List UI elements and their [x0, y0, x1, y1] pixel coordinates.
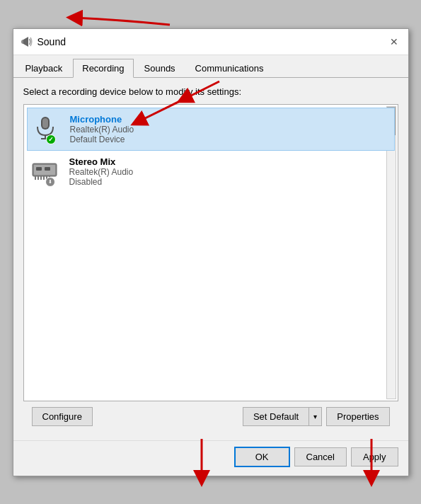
- default-badge: [46, 134, 56, 144]
- svg-rect-12: [40, 176, 42, 180]
- stereo-mix-info: Stereo Mix Realtek(R) Audio Disabled: [69, 156, 391, 187]
- ok-button[interactable]: OK: [234, 447, 290, 467]
- tab-bar: Playback Recording Sounds Communications: [13, 55, 408, 78]
- stereo-mix-icon-wrap: [31, 156, 62, 185]
- speaker-icon: [19, 35, 33, 49]
- cancel-button[interactable]: Cancel: [294, 447, 347, 466]
- svg-rect-10: [35, 176, 36, 180]
- disabled-badge: [45, 177, 55, 187]
- device-controls: Configure Set Default ▾ Properties: [23, 401, 398, 432]
- stereo-mix-status: Disabled: [69, 177, 391, 187]
- stereo-mix-driver: Realtek(R) Audio: [69, 167, 391, 177]
- tab-communications[interactable]: Communications: [186, 59, 273, 78]
- configure-button[interactable]: Configure: [32, 407, 93, 426]
- svg-marker-1: [23, 37, 28, 47]
- window-title: Sound: [38, 36, 66, 47]
- svg-rect-8: [36, 167, 42, 171]
- tab-playback[interactable]: Playback: [16, 59, 72, 78]
- close-button[interactable]: ✕: [386, 33, 403, 50]
- footer: OK Cancel Apply: [13, 440, 408, 476]
- svg-rect-11: [38, 176, 39, 180]
- svg-rect-9: [45, 167, 50, 171]
- microphone-name: Microphone: [70, 114, 390, 125]
- microphone-info: Microphone Realtek(R) Audio Default Devi…: [70, 114, 390, 144]
- set-default-group: Set Default ▾: [243, 407, 322, 426]
- set-default-dropdown[interactable]: ▾: [308, 407, 322, 426]
- device-item-microphone[interactable]: Microphone Realtek(R) Audio Default Devi…: [27, 108, 395, 151]
- properties-button[interactable]: Properties: [326, 407, 389, 426]
- sound-dialog: Sound ✕ Playback Recording Sounds Commun…: [13, 28, 409, 476]
- set-default-button[interactable]: Set Default: [243, 407, 308, 426]
- apply-button[interactable]: Apply: [351, 447, 398, 466]
- tab-recording[interactable]: Recording: [73, 59, 133, 78]
- microphone-status: Default Device: [70, 134, 390, 144]
- svg-rect-13: [43, 176, 45, 180]
- device-item-stereo-mix[interactable]: Stereo Mix Realtek(R) Audio Disabled: [27, 151, 395, 193]
- device-list: Microphone Realtek(R) Audio Default Devi…: [23, 104, 398, 401]
- stereo-mix-name: Stereo Mix: [69, 156, 391, 167]
- content-area: Select a recording device below to modif…: [13, 78, 408, 440]
- tab-sounds[interactable]: Sounds: [135, 59, 185, 78]
- microphone-driver: Realtek(R) Audio: [70, 125, 390, 134]
- instruction-text: Select a recording device below to modif…: [23, 86, 398, 97]
- microphone-icon-wrap: [32, 114, 63, 143]
- svg-rect-3: [42, 118, 48, 128]
- title-left: Sound: [19, 35, 66, 49]
- title-bar: Sound ✕: [13, 29, 408, 55]
